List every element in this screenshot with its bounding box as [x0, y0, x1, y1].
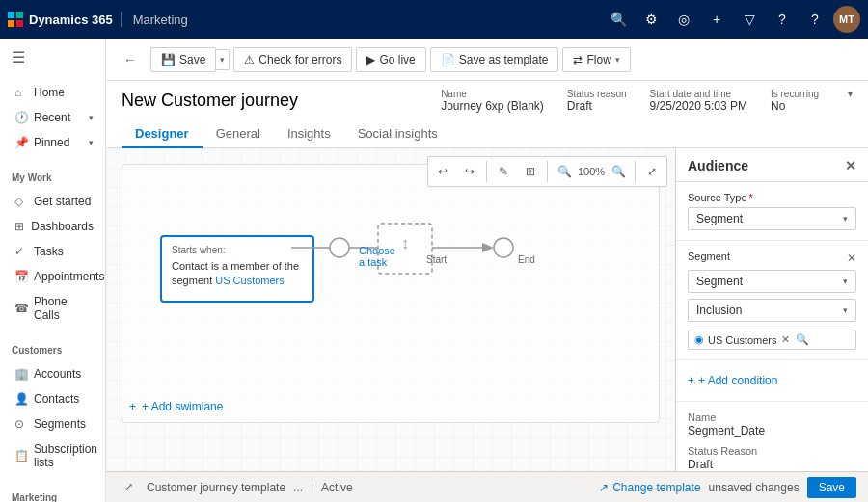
template-dots[interactable]: ...	[293, 481, 303, 494]
name-row: Name Segment_Date	[688, 411, 856, 437]
sidebar-item-dashboards[interactable]: ⊞ Dashboards	[0, 214, 105, 239]
check-errors-icon: ⚠	[244, 53, 255, 66]
save-dropdown-button[interactable]: ▾	[216, 49, 230, 70]
dashboards-label: Dashboards	[31, 220, 94, 233]
app-logo-text: Dynamics 365	[29, 13, 113, 27]
back-button[interactable]: ←	[118, 48, 143, 71]
phone-calls-icon: ☎	[14, 302, 28, 315]
sidebar-item-contacts[interactable]: 👤 Contacts	[0, 386, 105, 411]
save-icon: 💾	[161, 53, 176, 66]
page-header: New Customer journey Name Journey 6xp (B…	[106, 81, 868, 148]
tab-general[interactable]: General	[203, 119, 274, 148]
segment-tag[interactable]: ◉ US Customers ✕ 🔍	[688, 330, 856, 350]
grid-button[interactable]: ⊞	[518, 159, 543, 184]
subscription-lists-label: Subscription lists	[34, 442, 97, 469]
zoom-in-button[interactable]: 🔍	[606, 159, 631, 184]
marketing-header: Marketing execution	[0, 487, 105, 502]
sidebar-item-home[interactable]: ⌂ Home	[0, 80, 105, 105]
add-icon[interactable]: +	[702, 5, 731, 34]
tab-insights[interactable]: Insights	[274, 119, 344, 148]
app-logo[interactable]: Dynamics 365	[8, 12, 122, 27]
svg-rect-0	[8, 12, 14, 18]
sidebar-item-phone-calls[interactable]: ☎ Phone Calls	[0, 289, 105, 328]
contacts-label: Contacts	[34, 392, 79, 406]
svg-text:↕: ↕	[401, 235, 409, 251]
go-live-icon: ▶	[366, 53, 375, 66]
source-type-arrow-icon: ▾	[843, 214, 848, 224]
add-condition-section: + + Add condition	[676, 360, 868, 402]
edit-button[interactable]: ✎	[491, 159, 516, 184]
segment-tag-search-icon[interactable]: 🔍	[796, 333, 809, 346]
flow-button[interactable]: ⇄ Flow ▾	[562, 47, 630, 72]
sidebar-item-accounts[interactable]: 🏢 Accounts	[0, 361, 105, 386]
add-condition-button[interactable]: + + Add condition	[688, 370, 856, 391]
save-button[interactable]: 💾 Save	[150, 47, 216, 72]
inclusion-select[interactable]: Inclusion ▾	[688, 299, 856, 322]
change-template-button[interactable]: ↗ Change template	[599, 481, 700, 494]
avatar-initials: MT	[839, 13, 854, 25]
save-as-template-button[interactable]: 📄 Save as template	[430, 47, 559, 72]
status-reason-label: Status Reason	[688, 445, 856, 457]
meta-expand-icon[interactable]: ▾	[848, 89, 853, 99]
help-icon[interactable]: ?	[800, 5, 829, 34]
flow-dropdown-icon: ▾	[615, 55, 620, 65]
panel-title: Audience	[688, 158, 748, 173]
sidebar-nav-section: ⌂ Home 🕐 Recent ▾ 📌 Pinned ▾	[0, 76, 105, 159]
avatar[interactable]: MT	[833, 6, 860, 33]
save-dropdown-arrow-icon: ▾	[220, 55, 225, 65]
zoom-level: 100%	[579, 159, 604, 184]
segment-select[interactable]: Segment ▾	[688, 270, 856, 293]
undo-button[interactable]: ↩	[430, 159, 455, 184]
settings-icon[interactable]: ⚙	[637, 5, 665, 34]
sidebar-item-appointments[interactable]: 📅 Appointments	[0, 264, 105, 289]
tab-designer[interactable]: Designer	[122, 119, 203, 148]
status-row: Status Reason Draft	[688, 445, 856, 471]
subscription-lists-icon: 📋	[14, 449, 28, 462]
top-bar: Dynamics 365 Marketing 🔍 ⚙ ◎ + ▽ ? ? MT	[0, 0, 868, 39]
designer-area: ↩ ↪ ✎ ⊞ 🔍 100% 🔍 ⤢	[106, 148, 868, 471]
go-live-button[interactable]: ▶ Go live	[356, 47, 425, 72]
page-title-row: New Customer journey Name Journey 6xp (B…	[122, 89, 853, 113]
tab-social-insights[interactable]: Social insights	[344, 119, 451, 148]
my-work-header: My Work	[0, 167, 105, 185]
add-swimlane-button[interactable]: + + Add swimlane	[129, 400, 223, 413]
sidebar-item-get-started[interactable]: ◇ Get started	[0, 189, 105, 214]
expand-icon[interactable]: ⤢	[118, 477, 139, 498]
redo-button[interactable]: ↪	[457, 159, 482, 184]
segment-tag-close-button[interactable]: ✕	[781, 333, 790, 346]
panel-close-button[interactable]: ✕	[845, 158, 856, 173]
source-type-select[interactable]: Segment ▾	[688, 207, 856, 230]
check-errors-button[interactable]: ⚠ Check for errors	[233, 47, 352, 72]
pinned-expand-icon: ▾	[89, 138, 94, 147]
add-swimlane-icon: +	[129, 400, 136, 413]
template-label: Customer journey template	[147, 481, 285, 494]
meta-status-value: Draft	[567, 99, 627, 113]
sidebar-item-tasks[interactable]: ✓ Tasks	[0, 239, 105, 264]
sidebar-item-pinned[interactable]: 📌 Pinned ▾	[0, 130, 105, 155]
sidebar-item-segments[interactable]: ⊙ Segments	[0, 411, 105, 436]
status-label: Active	[321, 481, 353, 494]
hamburger-button[interactable]: ☰	[0, 39, 105, 76]
main-content: ← 💾 Save ▾ ⚠ Check for errors ▶ Go live …	[106, 39, 868, 502]
accounts-label: Accounts	[34, 367, 81, 381]
status-save-button[interactable]: Save	[807, 477, 856, 498]
sidebar-item-recent[interactable]: 🕐 Recent ▾	[0, 105, 105, 130]
us-customers-link[interactable]: US Customers	[215, 275, 285, 286]
sidebar-item-subscription-lists[interactable]: 📋 Subscription lists	[0, 436, 105, 475]
filter-icon[interactable]: ▽	[735, 5, 764, 34]
tabs: Designer General Insights Social insight…	[122, 119, 853, 147]
question-icon[interactable]: ?	[768, 5, 797, 34]
search-icon[interactable]: 🔍	[604, 5, 633, 34]
start-label: Start	[426, 254, 447, 265]
appointments-label: Appointments	[34, 270, 104, 283]
right-panel: Audience ✕ Source Type Segment ▾ Segment…	[675, 148, 868, 471]
panel-header: Audience ✕	[676, 148, 868, 182]
segment-field-row: Segment ✕	[688, 251, 856, 266]
location-icon[interactable]: ◎	[669, 5, 698, 34]
choose-task-label[interactable]: Choose a task	[359, 245, 395, 268]
fit-button[interactable]: ⤢	[639, 159, 665, 184]
zoom-out-button[interactable]: 🔍	[552, 159, 577, 184]
canvas-container[interactable]: ↩ ↪ ✎ ⊞ 🔍 100% 🔍 ⤢	[106, 148, 675, 471]
segment-clear-button[interactable]: ✕	[847, 251, 856, 265]
status-reason-value: Draft	[688, 458, 856, 471]
